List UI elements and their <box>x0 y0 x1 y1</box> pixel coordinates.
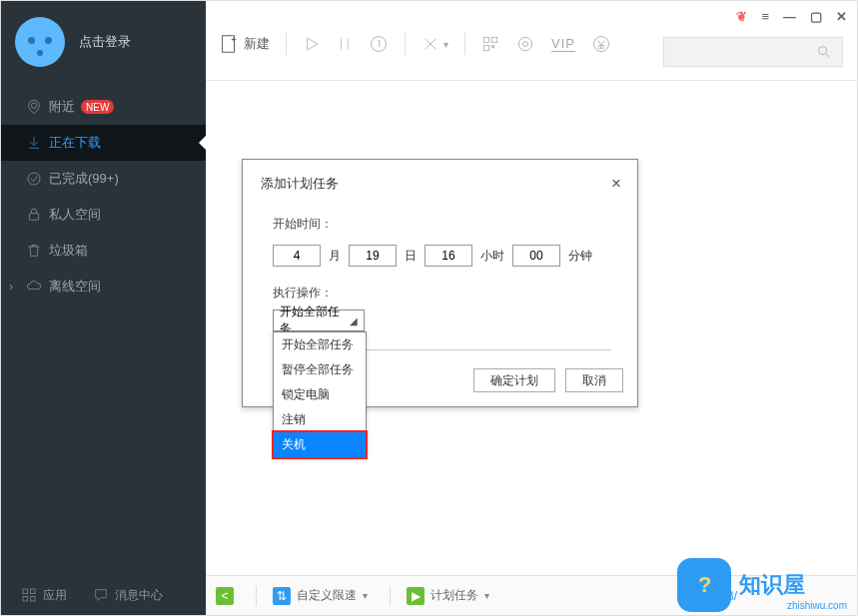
sidebar-item-label: 垃圾箱 <box>49 242 88 260</box>
user-area[interactable]: 点击登录 <box>1 1 206 83</box>
lock-icon <box>25 206 43 224</box>
new-label: 新建 <box>244 35 270 53</box>
minimize-button[interactable]: — <box>783 9 796 24</box>
dropdown-option[interactable]: 锁定电脑 <box>274 382 366 407</box>
day-input[interactable]: 19 <box>349 245 397 267</box>
modal-title: 添加计划任务 <box>261 175 339 193</box>
confirm-button[interactable]: 确定计划 <box>473 368 555 392</box>
dropdown-option[interactable]: 暂停全部任务 <box>274 357 366 382</box>
new-task-button[interactable]: 新建 <box>218 33 270 55</box>
login-label[interactable]: 点击登录 <box>79 33 131 51</box>
svg-rect-9 <box>483 37 488 42</box>
apps-label: 应用 <box>43 587 67 604</box>
sidebar-item-label: 离线空间 <box>49 278 101 296</box>
hour-input[interactable]: 16 <box>425 245 472 267</box>
month-input[interactable]: 4 <box>273 245 321 267</box>
svg-point-1 <box>28 173 40 185</box>
chat-icon <box>93 587 109 603</box>
sidebar-item-label: 已完成(99+) <box>49 170 119 188</box>
messages-button[interactable]: 消息中心 <box>93 587 163 604</box>
svg-rect-5 <box>23 596 28 601</box>
skin-icon[interactable]: ❦ <box>736 9 747 24</box>
speed-limit-label: 自定义限速 <box>297 587 357 604</box>
grid-icon <box>21 587 37 603</box>
action-dropdown: 开始全部任务 暂停全部任务 锁定电脑 注销 关机 <box>273 331 367 458</box>
chevron-right-icon: › <box>9 280 13 294</box>
coin-button[interactable] <box>591 34 611 54</box>
svg-point-15 <box>593 37 608 52</box>
pause-button[interactable] <box>337 35 353 53</box>
sidebar-item-label: 私人空间 <box>49 206 101 224</box>
hour-unit: 小时 <box>480 248 504 265</box>
target-button[interactable] <box>515 34 535 54</box>
sidebar-item-completed[interactable]: 已完成(99+) <box>1 161 206 197</box>
svg-rect-6 <box>30 596 35 601</box>
target-icon <box>515 34 535 54</box>
priority-button[interactable] <box>369 34 389 54</box>
top-area: ❦ ≡ — ▢ ✕ 新建 ▾ VIP <box>206 1 857 81</box>
svg-rect-4 <box>30 589 35 594</box>
scheduled-task-modal: 添加计划任务 × 开始时间： 4 月 19 日 16 小时 00 分钟 执行操作… <box>242 159 638 407</box>
sidebar-item-downloading[interactable]: 正在下载 <box>1 125 206 161</box>
svg-point-8 <box>372 37 387 52</box>
svg-point-0 <box>31 103 36 108</box>
toolbar: 新建 ▾ VIP <box>218 33 611 55</box>
qr-button[interactable] <box>481 35 499 53</box>
watermark-text: 知识屋 <box>739 570 805 600</box>
close-button[interactable]: ✕ <box>836 9 847 24</box>
play-icon: ▶ <box>407 587 425 605</box>
minute-unit: 分钟 <box>568 248 592 265</box>
dropdown-option-shutdown[interactable]: 关机 <box>274 432 366 457</box>
vip-button[interactable]: VIP <box>551 36 575 52</box>
main-content: 添加计划任务 × 开始时间： 4 月 19 日 16 小时 00 分钟 执行操作… <box>206 81 857 575</box>
new-file-icon <box>218 33 240 55</box>
svg-point-14 <box>523 42 528 47</box>
cancel-button[interactable]: 取消 <box>565 368 623 392</box>
avatar[interactable] <box>15 17 65 67</box>
day-unit: 日 <box>405 248 417 265</box>
maximize-button[interactable]: ▢ <box>810 9 822 24</box>
messages-label: 消息中心 <box>115 587 163 604</box>
action-label: 执行操作： <box>273 286 333 300</box>
divider <box>286 33 287 55</box>
scheduled-task-button[interactable]: ▶ 计划任务 ▾ <box>407 587 489 605</box>
month-unit: 月 <box>329 248 341 265</box>
delete-button[interactable]: ▾ <box>422 35 448 53</box>
sidebar-bottom: 应用 消息中心 <box>1 575 206 615</box>
sidebar-item-nearby[interactable]: 附近 NEW <box>1 89 206 125</box>
search-input[interactable] <box>663 37 843 67</box>
dropdown-option[interactable]: 注销 <box>274 407 366 432</box>
minute-input[interactable]: 00 <box>512 245 560 267</box>
qr-icon <box>481 35 499 53</box>
svg-rect-11 <box>483 46 488 51</box>
divider <box>405 33 406 55</box>
play-icon <box>303 35 321 53</box>
start-button[interactable] <box>303 35 321 53</box>
time-row: 4 月 19 日 16 小时 00 分钟 <box>273 245 611 267</box>
sidebar-item-offline[interactable]: › 离线空间 <box>1 269 206 305</box>
sidebar-item-trash[interactable]: 垃圾箱 <box>1 233 206 269</box>
sidebar-nav: 附近 NEW 正在下载 已完成(99+) 私人空间 垃圾箱 <box>1 89 206 305</box>
modal-close-button[interactable]: × <box>611 174 621 194</box>
svg-rect-12 <box>492 46 494 48</box>
action-select[interactable]: 开始全部任务 ◢ 开始全部任务 暂停全部任务 锁定电脑 注销 关机 <box>273 309 365 331</box>
sidebar-item-label: 正在下载 <box>49 134 101 152</box>
pause-icon <box>337 35 353 53</box>
menu-icon[interactable]: ≡ <box>761 9 769 24</box>
chevron-down-icon: ▾ <box>363 590 368 601</box>
download-icon <box>25 134 43 152</box>
chevron-down-icon: ◢ <box>350 315 358 326</box>
window-controls: ❦ ≡ — ▢ ✕ <box>736 9 847 24</box>
sidebar-item-label: 附近 <box>49 98 75 116</box>
circle-one-icon <box>369 34 389 54</box>
apps-button[interactable]: 应用 <box>21 587 67 604</box>
dropdown-option[interactable]: 开始全部任务 <box>274 332 366 357</box>
sidebar-item-private[interactable]: 私人空间 <box>1 197 206 233</box>
divider <box>464 33 465 55</box>
start-time-label: 开始时间： <box>273 217 333 231</box>
watermark-icon <box>677 558 731 612</box>
chevron-down-icon: ▾ <box>484 590 489 601</box>
status-left-button[interactable]: < <box>216 587 234 605</box>
speed-limit-button[interactable]: ⇅ 自定义限速 ▾ <box>273 587 368 605</box>
watermark-sub: zhishiwu.com <box>787 600 847 611</box>
